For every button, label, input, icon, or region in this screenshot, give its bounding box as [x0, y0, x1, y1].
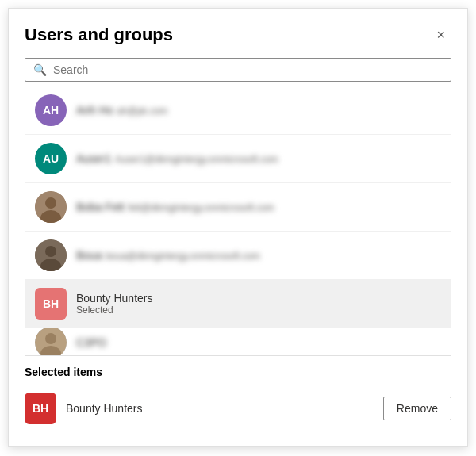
dialog-title: Users and groups [25, 25, 173, 45]
item-name: Anh Ho [76, 104, 113, 117]
item-email: Auser1@dkmgintergy.onmicrosoft.com [115, 154, 278, 165]
item-name: Bounty Hunters [76, 292, 441, 305]
avatar [35, 328, 67, 356]
item-name: C3PO [76, 336, 106, 349]
list-item[interactable]: Boba Fett fett@dkmgintergy.onmicrosoft.c… [25, 183, 451, 232]
list-item-bounty-hunters[interactable]: BH Bounty Hunters Selected [25, 280, 451, 328]
remove-button[interactable]: Remove [383, 397, 451, 420]
selected-item-row: BH Bounty Hunters Remove [25, 386, 451, 431]
list-item[interactable]: Boua boua@dkmgintergy.onmicrosoft.com [25, 232, 451, 280]
avatar [35, 239, 67, 271]
avatar: BH [25, 393, 56, 424]
item-selected-label: Selected [76, 305, 441, 316]
avatar: BH [35, 288, 67, 320]
search-icon: 🔍 [33, 63, 47, 76]
item-name: Boba Fett [76, 201, 125, 213]
svg-point-1 [45, 197, 56, 209]
item-email: ah@pk.com [117, 105, 167, 117]
item-info: Boua boua@dkmgintergy.onmicrosoft.com [76, 248, 441, 262]
selected-item-name: Bounty Hunters [66, 402, 143, 415]
item-info: Auser1 Auser1@dkmgintergy.onmicrosoft.co… [76, 151, 441, 166]
item-info: Anh Ho ah@pk.com [76, 103, 441, 117]
item-name: Boua [76, 249, 102, 262]
avatar: AU [35, 143, 67, 174]
list-item[interactable]: AH Anh Ho ah@pk.com [25, 86, 451, 135]
item-email: boua@dkmgintergy.onmicrosoft.com [106, 251, 260, 262]
list-item[interactable]: C3PO [25, 328, 451, 356]
users-and-groups-dialog: Users and groups × 🔍 AH Anh Ho ah@pk.com… [8, 8, 468, 447]
search-input[interactable] [53, 63, 443, 76]
item-info: Boba Fett fett@dkmgintergy.onmicrosoft.c… [76, 200, 441, 214]
dialog-header: Users and groups × [25, 25, 451, 45]
item-name: Auser1 [76, 152, 111, 165]
svg-point-7 [45, 333, 56, 344]
item-info: Bounty Hunters Selected [76, 292, 441, 316]
item-email: fett@dkmgintergy.onmicrosoft.com [128, 202, 274, 213]
avatar: AH [35, 94, 67, 126]
user-list: AH Anh Ho ah@pk.com AU Auser1 Auser1@dkm… [25, 86, 451, 356]
search-box: 🔍 [25, 58, 451, 82]
selected-section-title: Selected items [25, 366, 451, 378]
selected-section: Selected items BH Bounty Hunters Remove [25, 366, 451, 431]
item-info: C3PO [76, 335, 441, 350]
close-button[interactable]: × [430, 25, 451, 45]
svg-point-4 [45, 246, 56, 257]
avatar [35, 191, 67, 223]
list-item[interactable]: AU Auser1 Auser1@dkmgintergy.onmicrosoft… [25, 135, 451, 183]
